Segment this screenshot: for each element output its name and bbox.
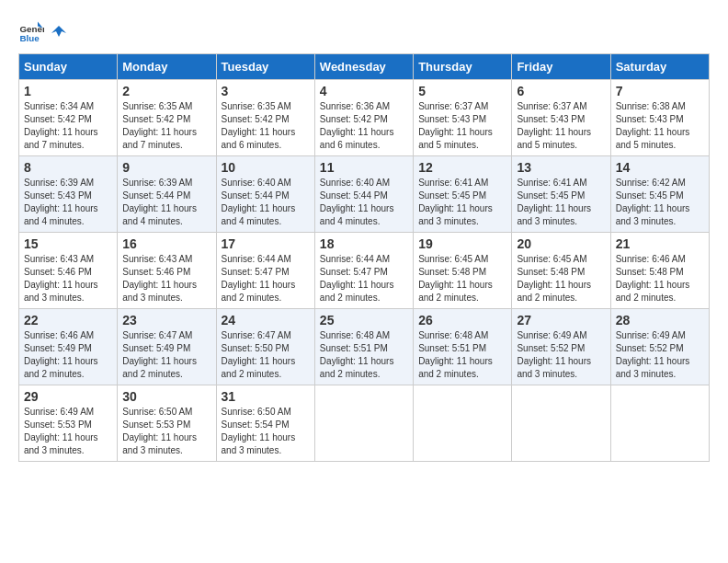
day-info: Sunrise: 6:50 AMSunset: 5:53 PMDaylight:… (122, 406, 210, 457)
day-info: Sunrise: 6:46 AMSunset: 5:48 PMDaylight:… (616, 253, 704, 304)
calendar-week-row: 15Sunrise: 6:43 AMSunset: 5:46 PMDayligh… (19, 233, 710, 309)
calendar-cell: 23Sunrise: 6:47 AMSunset: 5:49 PMDayligh… (118, 309, 216, 385)
day-info: Sunrise: 6:40 AMSunset: 5:44 PMDaylight:… (320, 177, 408, 228)
calendar-cell: 2Sunrise: 6:35 AMSunset: 5:42 PMDaylight… (118, 80, 216, 156)
calendar-header-row: SundayMondayTuesdayWednesdayThursdayFrid… (19, 54, 710, 80)
day-info: Sunrise: 6:39 AMSunset: 5:43 PMDaylight:… (24, 177, 112, 228)
calendar-cell: 28Sunrise: 6:49 AMSunset: 5:52 PMDayligh… (610, 309, 709, 385)
calendar-cell: 6Sunrise: 6:37 AMSunset: 5:43 PMDaylight… (512, 80, 610, 156)
day-number: 4 (320, 84, 408, 98)
svg-marker-2 (51, 26, 66, 37)
calendar-cell: 3Sunrise: 6:35 AMSunset: 5:42 PMDaylight… (216, 80, 314, 156)
day-info: Sunrise: 6:46 AMSunset: 5:49 PMDaylight:… (24, 329, 112, 381)
calendar-cell: 17Sunrise: 6:44 AMSunset: 5:47 PMDayligh… (216, 233, 314, 309)
day-number: 29 (24, 389, 112, 404)
day-number: 17 (222, 236, 310, 251)
day-info: Sunrise: 6:42 AMSunset: 5:45 PMDaylight:… (616, 177, 704, 228)
day-number: 6 (517, 84, 605, 98)
calendar-cell: 20Sunrise: 6:45 AMSunset: 5:48 PMDayligh… (512, 233, 610, 309)
day-number: 5 (418, 84, 506, 98)
day-info: Sunrise: 6:47 AMSunset: 5:49 PMDaylight:… (122, 329, 210, 381)
day-info: Sunrise: 6:41 AMSunset: 5:45 PMDaylight:… (418, 177, 506, 228)
day-number: 25 (320, 313, 408, 327)
day-number: 23 (122, 313, 210, 327)
day-info: Sunrise: 6:45 AMSunset: 5:48 PMDaylight:… (418, 253, 506, 304)
day-number: 10 (222, 160, 310, 175)
day-info: Sunrise: 6:43 AMSunset: 5:46 PMDaylight:… (122, 253, 210, 304)
calendar-cell: 25Sunrise: 6:48 AMSunset: 5:51 PMDayligh… (314, 309, 413, 385)
calendar-cell: 5Sunrise: 6:37 AMSunset: 5:43 PMDaylight… (414, 80, 512, 156)
day-number: 1 (24, 84, 112, 98)
calendar-cell: 10Sunrise: 6:40 AMSunset: 5:44 PMDayligh… (216, 156, 314, 233)
day-number: 20 (517, 236, 605, 251)
day-info: Sunrise: 6:35 AMSunset: 5:42 PMDaylight:… (122, 100, 210, 152)
calendar-cell: 4Sunrise: 6:36 AMSunset: 5:42 PMDaylight… (314, 80, 413, 156)
day-number: 16 (122, 236, 210, 251)
day-number: 2 (122, 84, 210, 98)
day-number: 15 (24, 236, 112, 251)
calendar-cell: 24Sunrise: 6:47 AMSunset: 5:50 PMDayligh… (216, 309, 314, 385)
day-number: 14 (616, 160, 704, 175)
day-info: Sunrise: 6:37 AMSunset: 5:43 PMDaylight:… (418, 100, 506, 152)
day-number: 11 (320, 160, 408, 175)
calendar-cell (610, 385, 709, 462)
calendar-cell: 16Sunrise: 6:43 AMSunset: 5:46 PMDayligh… (118, 233, 216, 309)
day-number: 12 (418, 160, 506, 175)
col-header-thursday: Thursday (414, 54, 512, 80)
day-number: 9 (122, 160, 210, 175)
day-number: 3 (222, 84, 310, 98)
day-number: 27 (517, 313, 605, 327)
day-number: 22 (24, 313, 112, 327)
calendar-cell: 12Sunrise: 6:41 AMSunset: 5:45 PMDayligh… (414, 156, 512, 233)
calendar-cell: 11Sunrise: 6:40 AMSunset: 5:44 PMDayligh… (314, 156, 413, 233)
calendar-cell: 18Sunrise: 6:44 AMSunset: 5:47 PMDayligh… (314, 233, 413, 309)
logo-bird-icon (50, 24, 68, 42)
calendar-cell: 31Sunrise: 6:50 AMSunset: 5:54 PMDayligh… (216, 385, 314, 462)
day-info: Sunrise: 6:41 AMSunset: 5:45 PMDaylight:… (517, 177, 605, 228)
day-info: Sunrise: 6:40 AMSunset: 5:44 PMDaylight:… (222, 177, 310, 228)
col-header-monday: Monday (118, 54, 216, 80)
day-info: Sunrise: 6:48 AMSunset: 5:51 PMDaylight:… (320, 329, 408, 381)
calendar-cell: 21Sunrise: 6:46 AMSunset: 5:48 PMDayligh… (610, 233, 709, 309)
day-info: Sunrise: 6:35 AMSunset: 5:42 PMDaylight:… (222, 100, 310, 152)
day-number: 8 (24, 160, 112, 175)
day-info: Sunrise: 6:37 AMSunset: 5:43 PMDaylight:… (517, 100, 605, 152)
col-header-tuesday: Tuesday (216, 54, 314, 80)
calendar-cell: 26Sunrise: 6:48 AMSunset: 5:51 PMDayligh… (414, 309, 512, 385)
day-number: 24 (222, 313, 310, 327)
calendar-cell: 1Sunrise: 6:34 AMSunset: 5:42 PMDaylight… (19, 80, 118, 156)
calendar-cell: 30Sunrise: 6:50 AMSunset: 5:53 PMDayligh… (118, 385, 216, 462)
page-header: General Blue (18, 18, 710, 44)
calendar-cell (314, 385, 413, 462)
day-info: Sunrise: 6:43 AMSunset: 5:46 PMDaylight:… (24, 253, 112, 304)
col-header-friday: Friday (512, 54, 610, 80)
day-number: 26 (418, 313, 506, 327)
day-number: 30 (122, 389, 210, 404)
calendar-cell: 29Sunrise: 6:49 AMSunset: 5:53 PMDayligh… (19, 385, 118, 462)
calendar-week-row: 8Sunrise: 6:39 AMSunset: 5:43 PMDaylight… (19, 156, 710, 233)
calendar-cell (414, 385, 512, 462)
day-info: Sunrise: 6:49 AMSunset: 5:53 PMDaylight:… (24, 406, 112, 457)
logo-icon: General Blue (18, 18, 44, 44)
day-info: Sunrise: 6:44 AMSunset: 5:47 PMDaylight:… (222, 253, 310, 304)
day-number: 28 (616, 313, 704, 327)
calendar-table: SundayMondayTuesdayWednesdayThursdayFrid… (18, 53, 710, 462)
col-header-wednesday: Wednesday (314, 54, 413, 80)
calendar-cell: 8Sunrise: 6:39 AMSunset: 5:43 PMDaylight… (19, 156, 118, 233)
calendar-week-row: 22Sunrise: 6:46 AMSunset: 5:49 PMDayligh… (19, 309, 710, 385)
logo: General Blue (18, 18, 68, 44)
calendar-cell (512, 385, 610, 462)
calendar-cell: 14Sunrise: 6:42 AMSunset: 5:45 PMDayligh… (610, 156, 709, 233)
day-info: Sunrise: 6:49 AMSunset: 5:52 PMDaylight:… (517, 329, 605, 381)
svg-text:Blue: Blue (19, 33, 40, 43)
calendar-cell: 27Sunrise: 6:49 AMSunset: 5:52 PMDayligh… (512, 309, 610, 385)
calendar-cell: 19Sunrise: 6:45 AMSunset: 5:48 PMDayligh… (414, 233, 512, 309)
calendar-cell: 13Sunrise: 6:41 AMSunset: 5:45 PMDayligh… (512, 156, 610, 233)
day-info: Sunrise: 6:49 AMSunset: 5:52 PMDaylight:… (616, 329, 704, 381)
day-info: Sunrise: 6:50 AMSunset: 5:54 PMDaylight:… (222, 406, 310, 457)
day-number: 18 (320, 236, 408, 251)
calendar-week-row: 1Sunrise: 6:34 AMSunset: 5:42 PMDaylight… (19, 80, 710, 156)
day-info: Sunrise: 6:38 AMSunset: 5:43 PMDaylight:… (616, 100, 704, 152)
day-info: Sunrise: 6:48 AMSunset: 5:51 PMDaylight:… (418, 329, 506, 381)
day-number: 21 (616, 236, 704, 251)
